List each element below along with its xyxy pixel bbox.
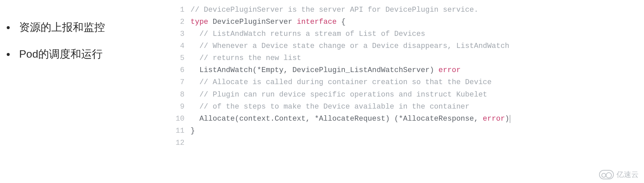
line-number: 9 <box>174 101 191 113</box>
code-line: 6 ListAndWatch(*Empty, DevicePlugin_List… <box>174 64 644 76</box>
code-line: 11} <box>174 125 644 137</box>
code-line: 5 // returns the new list <box>174 52 644 64</box>
code-line: 12 <box>174 137 644 149</box>
line-number: 5 <box>174 52 191 64</box>
left-panel: 资源的上报和监控 Pod的调度和运行 <box>0 0 174 183</box>
code-text: // Allocate is called during container c… <box>191 76 492 88</box>
watermark: 亿速云 <box>599 170 639 180</box>
code-text: type DevicePluginServer interface { <box>191 16 345 28</box>
bullet-list: 资源的上报和监控 Pod的调度和运行 <box>7 20 168 62</box>
code-text: Allocate(context.Context, *AllocateReque… <box>191 113 510 125</box>
code-line: 3 // ListAndWatch returns a stream of Li… <box>174 28 644 40</box>
line-number: 10 <box>174 113 191 125</box>
line-number: 1 <box>174 4 191 16</box>
code-text: // Whenever a Device state change or a D… <box>191 40 509 52</box>
code-line: 2type DevicePluginServer interface { <box>174 16 644 28</box>
line-number: 3 <box>174 28 191 40</box>
code-line: 10 Allocate(context.Context, *AllocateRe… <box>174 113 644 125</box>
bullet-icon <box>7 26 10 29</box>
code-block: 1// DevicePluginServer is the server API… <box>174 0 644 183</box>
code-text: // DevicePluginServer is the server API … <box>191 4 478 16</box>
line-number: 6 <box>174 64 191 76</box>
bullet-text: 资源的上报和监控 <box>19 20 105 35</box>
list-item: Pod的调度和运行 <box>7 47 168 62</box>
bullet-icon <box>7 53 10 56</box>
line-number: 2 <box>174 16 191 28</box>
code-text: // ListAndWatch returns a stream of List… <box>191 28 425 40</box>
bullet-text: Pod的调度和运行 <box>19 47 103 62</box>
list-item: 资源的上报和监控 <box>7 20 168 35</box>
code-text: // of the steps to make the Device avail… <box>191 101 470 113</box>
code-line: 4 // Whenever a Device state change or a… <box>174 40 644 52</box>
line-number: 4 <box>174 40 191 52</box>
line-number: 12 <box>174 137 191 149</box>
code-text: ListAndWatch(*Empty, DevicePlugin_ListAn… <box>191 64 461 76</box>
text-cursor <box>510 115 510 123</box>
code-line: 8 // Plugin can run device specific oper… <box>174 89 644 101</box>
code-text: // returns the new list <box>191 52 301 64</box>
code-line: 9 // of the steps to make the Device ava… <box>174 101 644 113</box>
code-text: } <box>191 125 195 137</box>
code-line: 1// DevicePluginServer is the server API… <box>174 4 644 16</box>
line-number: 11 <box>174 125 191 137</box>
cloud-icon <box>599 170 614 179</box>
line-number: 7 <box>174 76 191 88</box>
watermark-text: 亿速云 <box>616 170 639 180</box>
code-line: 7 // Allocate is called during container… <box>174 76 644 88</box>
line-number: 8 <box>174 89 191 101</box>
code-text: // Plugin can run device specific operat… <box>191 89 487 101</box>
